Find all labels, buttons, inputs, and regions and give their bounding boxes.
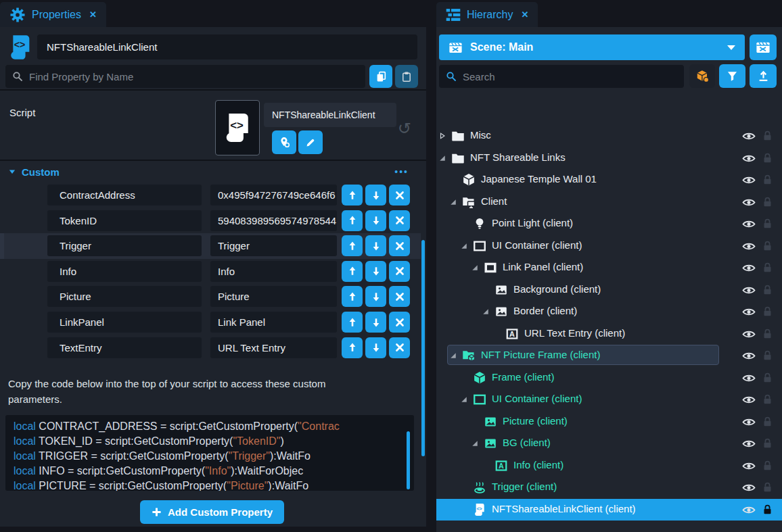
- property-name-field[interactable]: Trigger: [47, 235, 202, 256]
- property-name-field[interactable]: Picture: [47, 286, 202, 307]
- code-scrollbar[interactable]: [407, 431, 410, 489]
- move-up-button[interactable]: [342, 337, 363, 358]
- lock-icon[interactable]: [762, 504, 773, 515]
- visibility-eye-icon[interactable]: [741, 483, 756, 493]
- lock-icon[interactable]: [762, 218, 773, 229]
- visibility-eye-icon[interactable]: [741, 417, 756, 427]
- move-down-button[interactable]: [365, 261, 386, 282]
- collapse-arrow-icon[interactable]: [461, 243, 467, 249]
- visibility-eye-icon[interactable]: [741, 241, 756, 251]
- property-name-field[interactable]: Info: [47, 261, 202, 282]
- lock-icon[interactable]: [762, 372, 773, 383]
- script-name-input[interactable]: [37, 34, 417, 59]
- find-in-hierarchy-button[interactable]: [272, 130, 296, 154]
- export-button[interactable]: [750, 64, 777, 88]
- tree-item-bg-client[interactable]: BG (client): [436, 433, 782, 454]
- move-down-button[interactable]: [365, 210, 386, 231]
- close-icon[interactable]: ✕: [521, 9, 528, 20]
- lock-icon[interactable]: [762, 416, 773, 427]
- delete-property-button[interactable]: [389, 185, 410, 205]
- visibility-eye-icon[interactable]: [741, 285, 756, 295]
- visibility-eye-icon[interactable]: [741, 131, 756, 141]
- move-down-button[interactable]: [365, 337, 386, 358]
- move-down-button[interactable]: [365, 185, 386, 205]
- lock-icon[interactable]: [762, 437, 773, 449]
- copy-button[interactable]: [369, 65, 392, 88]
- tree-item-japanese-temple-wall-01[interactable]: Japanese Temple Wall 01: [436, 169, 782, 191]
- scene-selector-dropdown[interactable]: Scene: Main: [439, 34, 745, 60]
- property-value-field[interactable]: Picture: [210, 286, 337, 307]
- tree-item-client[interactable]: Client: [436, 191, 782, 213]
- add-custom-property-button[interactable]: Add Custom Property: [140, 500, 284, 524]
- visibility-eye-icon[interactable]: [741, 505, 756, 515]
- collapse-arrow-icon[interactable]: [450, 352, 457, 359]
- tree-item-nft-shareable-links[interactable]: NFT Shareable Links: [436, 147, 782, 169]
- expand-arrow-icon[interactable]: [439, 132, 446, 139]
- delete-property-button[interactable]: [389, 235, 410, 256]
- visibility-eye-icon[interactable]: [741, 263, 756, 273]
- find-property-field[interactable]: [5, 65, 365, 88]
- collapse-arrow-icon[interactable]: [439, 155, 446, 162]
- move-up-button[interactable]: [342, 210, 363, 231]
- delete-property-button[interactable]: [389, 337, 410, 358]
- visibility-eye-icon[interactable]: [741, 461, 756, 471]
- visibility-eye-icon[interactable]: [741, 373, 756, 383]
- property-value-field[interactable]: 594083989569574978544: [210, 210, 337, 231]
- lock-icon[interactable]: [762, 306, 773, 317]
- lock-icon[interactable]: [762, 284, 773, 295]
- tree-item-info-client[interactable]: AInfo (client): [436, 455, 782, 477]
- property-name-field[interactable]: TokenID: [47, 210, 202, 231]
- move-down-button[interactable]: [365, 312, 386, 333]
- move-up-button[interactable]: [342, 185, 363, 205]
- property-value-field[interactable]: Link Panel: [210, 312, 337, 333]
- delete-property-button[interactable]: [389, 286, 410, 307]
- group-objects-button[interactable]: [689, 64, 715, 88]
- lock-icon[interactable]: [762, 262, 773, 273]
- script-thumbnail[interactable]: <>: [215, 100, 260, 155]
- lock-icon[interactable]: [762, 460, 773, 471]
- visibility-eye-icon[interactable]: [741, 153, 756, 164]
- move-up-button[interactable]: [342, 261, 363, 282]
- move-down-button[interactable]: [365, 235, 386, 256]
- tab-hierarchy[interactable]: Hierarchy ✕: [436, 2, 538, 27]
- visibility-eye-icon[interactable]: [741, 197, 756, 208]
- tree-item-url-text-entry-client[interactable]: AURL Text Entry (client): [436, 323, 782, 345]
- tree-item-nftshareablelinkclient-client[interactable]: <>NFTShareableLinkClient (client): [436, 499, 782, 521]
- collapse-arrow-icon[interactable]: [482, 308, 489, 315]
- edit-script-button[interactable]: [298, 130, 323, 154]
- tree-item-border-client[interactable]: Border (client): [436, 301, 782, 322]
- move-down-button[interactable]: [365, 286, 386, 307]
- collapse-arrow-icon[interactable]: [450, 199, 457, 205]
- tree-item-picture-client[interactable]: Picture (client): [436, 411, 782, 433]
- visibility-eye-icon[interactable]: [741, 307, 756, 317]
- tree-item-link-panel-client[interactable]: Link Panel (client): [436, 257, 782, 279]
- tree-item-trigger-client[interactable]: Trigger (client): [436, 477, 782, 498]
- lock-icon[interactable]: [762, 240, 773, 251]
- lock-icon[interactable]: [762, 328, 773, 339]
- lock-icon[interactable]: [762, 130, 773, 141]
- tree-item-misc[interactable]: Misc: [436, 125, 782, 147]
- properties-scrollbar[interactable]: [421, 240, 425, 456]
- visibility-eye-icon[interactable]: [741, 439, 756, 449]
- lock-icon[interactable]: [762, 393, 773, 405]
- property-value-field[interactable]: Trigger: [210, 235, 337, 256]
- visibility-eye-icon[interactable]: [741, 175, 756, 185]
- visibility-eye-icon[interactable]: [741, 395, 756, 405]
- lock-icon[interactable]: [762, 349, 773, 361]
- find-property-input[interactable]: [29, 71, 359, 82]
- hierarchy-search-input[interactable]: [463, 71, 677, 82]
- tree-item-background-client[interactable]: Background (client): [436, 279, 782, 301]
- property-name-field[interactable]: LinkPanel: [47, 312, 202, 333]
- move-up-button[interactable]: [342, 235, 363, 256]
- visibility-eye-icon[interactable]: [741, 351, 756, 361]
- delete-property-button[interactable]: [389, 261, 410, 282]
- tab-properties[interactable]: Properties ✕: [0, 2, 106, 27]
- property-value-field[interactable]: URL Text Entry: [210, 337, 337, 358]
- tree-item-nft-picture-frame-client[interactable]: NFT Picture Frame (client): [436, 345, 782, 366]
- move-up-button[interactable]: [342, 286, 363, 307]
- delete-property-button[interactable]: [389, 312, 410, 333]
- scene-manager-button[interactable]: [750, 34, 777, 60]
- property-name-field[interactable]: TextEntry: [47, 337, 202, 358]
- property-name-field[interactable]: ContractAddress: [47, 185, 202, 205]
- collapse-arrow-icon[interactable]: [472, 264, 478, 271]
